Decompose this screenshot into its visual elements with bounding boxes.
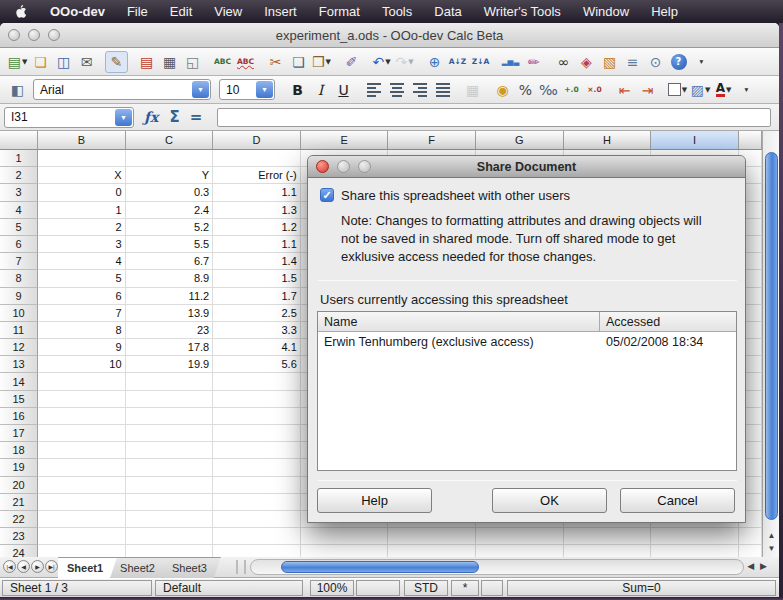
help-button[interactable]: Help: [317, 488, 432, 513]
cell-D3[interactable]: 1.1: [213, 184, 301, 201]
font-size-combobox[interactable]: 10 ▼: [219, 79, 275, 100]
background-color-icon-dropdown[interactable]: ▼: [705, 86, 710, 94]
scroll-left-icon[interactable]: ◀: [747, 561, 760, 571]
cell-D14[interactable]: [213, 373, 301, 390]
page-preview-icon[interactable]: ◱: [181, 51, 204, 73]
grid-corner-button[interactable]: [0, 131, 38, 150]
copy-icon[interactable]: ❏: [287, 51, 310, 73]
dialog-zoom-button[interactable]: [358, 160, 371, 173]
cell-B5[interactable]: 2: [38, 219, 126, 236]
sheet-tab-sheet1[interactable]: Sheet1: [58, 557, 117, 578]
cell-C23[interactable]: [126, 528, 214, 545]
cell-B24[interactable]: [38, 545, 126, 557]
cell-B11[interactable]: 8: [38, 322, 126, 339]
insert-chart-icon[interactable]: ▂▅▃: [499, 51, 522, 73]
hyperlink-icon[interactable]: ⊕: [423, 51, 446, 73]
scroll-up-icon[interactable]: ▲: [763, 529, 780, 542]
toolbar-options-icon[interactable]: ▾: [735, 79, 758, 101]
paste-icon[interactable]: ❒▼: [310, 51, 333, 73]
data-sources-icon[interactable]: ≡: [621, 51, 644, 73]
increase-indent-icon[interactable]: ⇥: [636, 79, 659, 101]
font-name-combobox[interactable]: Arial ▼: [33, 79, 211, 100]
cell-C14[interactable]: [126, 373, 214, 390]
paste-icon-dropdown[interactable]: ▼: [326, 58, 331, 66]
row-header-22[interactable]: 22: [0, 511, 38, 528]
delete-decimal-place-icon[interactable]: ×.0: [583, 79, 606, 101]
menu-format[interactable]: Format: [308, 0, 371, 23]
cell-B13[interactable]: 10: [38, 356, 126, 373]
name-box-dropdown-icon[interactable]: ▼: [115, 109, 132, 126]
row-header-24[interactable]: 24: [0, 545, 38, 557]
cell-D18[interactable]: [213, 442, 301, 459]
cell-F24[interactable]: [388, 545, 476, 557]
navigator-icon[interactable]: ◈: [575, 51, 598, 73]
column-header-D[interactable]: D: [213, 131, 301, 150]
cell-D19[interactable]: [213, 459, 301, 476]
number-format-standard-icon[interactable]: ‰: [537, 79, 560, 101]
column-header-I[interactable]: I: [651, 131, 739, 150]
cell-D2[interactable]: Error (-): [213, 167, 301, 184]
cell-C16[interactable]: [126, 408, 214, 425]
status-selection-mode[interactable]: STD: [404, 580, 448, 596]
sum-icon[interactable]: Σ: [169, 108, 179, 126]
cell-B17[interactable]: [38, 425, 126, 442]
cell-D9[interactable]: 1.7: [213, 288, 301, 305]
cell-E24[interactable]: [301, 545, 389, 557]
previous-sheet-icon[interactable]: ◀: [17, 560, 30, 573]
cell-C11[interactable]: 23: [126, 322, 214, 339]
cell-reference-value[interactable]: I31: [5, 110, 115, 124]
column-header-F[interactable]: F: [388, 131, 476, 150]
cell-B8[interactable]: 5: [38, 270, 126, 287]
row-header-6[interactable]: 6: [0, 236, 38, 253]
cell-C2[interactable]: Y: [126, 167, 214, 184]
cell-B20[interactable]: [38, 477, 126, 494]
cell-C5[interactable]: 5.2: [126, 219, 214, 236]
cell-B2[interactable]: X: [38, 167, 126, 184]
cell-B14[interactable]: [38, 373, 126, 390]
row-header-2[interactable]: 2: [0, 167, 38, 184]
cut-icon[interactable]: ✂: [264, 51, 287, 73]
menu-edit[interactable]: Edit: [159, 0, 203, 23]
cell-D24[interactable]: [213, 545, 301, 557]
column-header-E[interactable]: E: [301, 131, 389, 150]
italic-icon[interactable]: I: [309, 79, 332, 101]
list-header-accessed[interactable]: Accessed: [600, 312, 736, 331]
align-center-icon[interactable]: [385, 79, 408, 101]
cell-B16[interactable]: [38, 408, 126, 425]
column-header-G[interactable]: G: [476, 131, 564, 150]
cell-B21[interactable]: [38, 494, 126, 511]
cell-D16[interactable]: [213, 408, 301, 425]
cell-D21[interactable]: [213, 494, 301, 511]
menu-writer-s-tools[interactable]: Writer's Tools: [473, 0, 572, 23]
align-left-icon[interactable]: [362, 79, 385, 101]
cell-partial-24[interactable]: [739, 545, 762, 557]
cell-C3[interactable]: 0.3: [126, 184, 214, 201]
cell-C6[interactable]: 5.5: [126, 236, 214, 253]
minimize-window-button[interactable]: [28, 29, 40, 41]
row-header-9[interactable]: 9: [0, 288, 38, 305]
row-header-8[interactable]: 8: [0, 270, 38, 287]
cell-B6[interactable]: 3: [38, 236, 126, 253]
cell-D22[interactable]: [213, 511, 301, 528]
cell-C17[interactable]: [126, 425, 214, 442]
first-sheet-icon[interactable]: |◀: [3, 560, 16, 573]
cell-D4[interactable]: 1.3: [213, 202, 301, 219]
gallery-icon[interactable]: ▧: [598, 51, 621, 73]
open-document-icon[interactable]: ❏: [29, 51, 52, 73]
font-size-value[interactable]: 10: [220, 83, 256, 97]
column-header-C[interactable]: C: [126, 131, 214, 150]
cell-G24[interactable]: [476, 545, 564, 557]
cell-B22[interactable]: [38, 511, 126, 528]
row-header-19[interactable]: 19: [0, 459, 38, 476]
row-header-16[interactable]: 16: [0, 408, 38, 425]
cell-partial-23[interactable]: [739, 528, 762, 545]
cell-C21[interactable]: [126, 494, 214, 511]
status-sum[interactable]: Sum=0: [507, 580, 776, 596]
cell-B9[interactable]: 6: [38, 288, 126, 305]
cell-I24[interactable]: [651, 545, 739, 557]
formula-input-line[interactable]: [217, 108, 771, 127]
styles-and-formatting-icon[interactable]: ◧: [6, 79, 29, 101]
menu-file[interactable]: File: [116, 0, 159, 23]
cell-C13[interactable]: 19.9: [126, 356, 214, 373]
name-box[interactable]: I31 ▼: [4, 107, 134, 128]
